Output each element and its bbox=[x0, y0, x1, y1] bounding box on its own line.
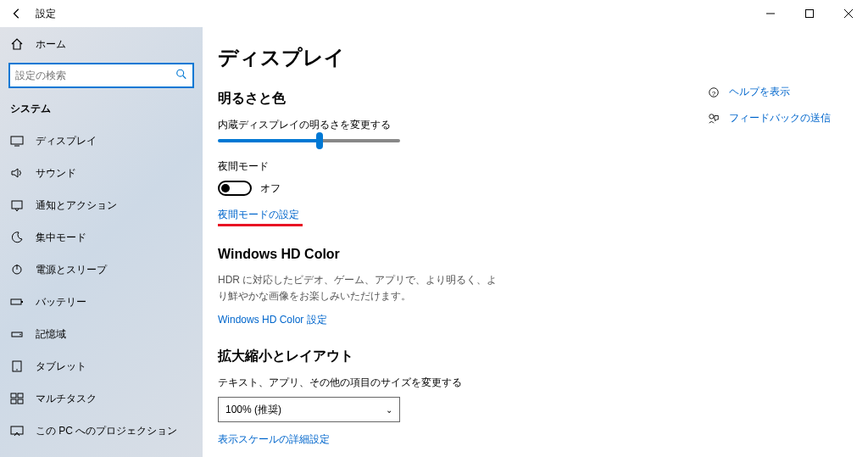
feedback-icon bbox=[707, 113, 721, 125]
power-icon bbox=[10, 263, 24, 276]
text-size-dropdown[interactable]: 100% (推奨) ⌄ bbox=[218, 397, 400, 422]
advanced-scale-link[interactable]: 表示スケールの詳細設定 bbox=[218, 432, 330, 447]
svg-rect-20 bbox=[18, 399, 23, 404]
maximize-button[interactable] bbox=[790, 0, 829, 27]
hd-color-description: HDR に対応したビデオ、ゲーム、アプリで、より明るく、より鮮やかな画像をお楽し… bbox=[218, 272, 506, 304]
minimize-button[interactable] bbox=[751, 0, 790, 27]
sidebar-item-power[interactable]: 電源とスリープ bbox=[0, 254, 203, 286]
help-label: ヘルプを表示 bbox=[729, 85, 790, 99]
sidebar-item-label: マルチタスク bbox=[36, 392, 97, 406]
window-title: 設定 bbox=[36, 7, 56, 21]
night-light-label: 夜間モード bbox=[218, 159, 844, 174]
svg-point-27 bbox=[709, 114, 714, 118]
display-icon bbox=[10, 134, 24, 148]
sidebar-item-shared[interactable]: 共有エクスペリエンス bbox=[0, 447, 203, 457]
home-icon bbox=[10, 37, 24, 51]
hd-color-section-title: Windows HD Color bbox=[218, 247, 844, 262]
sidebar-item-projection[interactable]: この PC へのプロジェクション bbox=[0, 415, 203, 447]
feedback-link[interactable]: フィードバックの送信 bbox=[707, 111, 851, 125]
sidebar-item-label: タブレット bbox=[36, 359, 86, 374]
back-button[interactable] bbox=[8, 5, 25, 22]
svg-rect-8 bbox=[12, 201, 22, 209]
svg-rect-18 bbox=[18, 393, 23, 398]
sidebar-item-label: ディスプレイ bbox=[36, 134, 97, 148]
svg-point-14 bbox=[19, 334, 21, 336]
main-content: ディスプレイ 明るさと色 内蔵ディスプレイの明るさを変更する 夜間モード オフ … bbox=[203, 27, 868, 457]
help-icon: ? bbox=[707, 86, 721, 98]
projection-icon bbox=[10, 424, 24, 437]
svg-rect-17 bbox=[11, 393, 16, 398]
sidebar-item-battery[interactable]: バッテリー bbox=[0, 286, 203, 318]
sidebar-item-tablet[interactable]: タブレット bbox=[0, 350, 203, 382]
sidebar-item-label: 電源とスリープ bbox=[36, 263, 107, 277]
search-input[interactable] bbox=[8, 63, 194, 88]
sidebar-item-storage[interactable]: 記憶域 bbox=[0, 318, 203, 350]
sidebar-item-sound[interactable]: サウンド bbox=[0, 157, 203, 189]
toggle-knob bbox=[221, 184, 230, 192]
sidebar-item-focus[interactable]: 集中モード bbox=[0, 221, 203, 254]
night-light-toggle[interactable] bbox=[218, 181, 252, 196]
sidebar-group-title: システム bbox=[0, 97, 203, 125]
sidebar-item-display[interactable]: ディスプレイ bbox=[0, 125, 203, 157]
sidebar-item-notifications[interactable]: 通知とアクション bbox=[0, 189, 203, 221]
text-size-value: 100% (推奨) bbox=[225, 403, 281, 417]
storage-icon bbox=[10, 327, 24, 341]
sidebar-item-multitask[interactable]: マルチタスク bbox=[0, 382, 203, 415]
search-container bbox=[8, 63, 194, 88]
svg-rect-19 bbox=[11, 399, 16, 404]
sound-icon bbox=[10, 166, 24, 180]
sidebar-item-label: この PC へのプロジェクション bbox=[36, 424, 177, 438]
svg-point-16 bbox=[16, 369, 18, 371]
battery-icon bbox=[10, 295, 24, 309]
chevron-down-icon: ⌄ bbox=[386, 405, 392, 415]
svg-rect-6 bbox=[11, 137, 23, 144]
sidebar-item-label: 記憶域 bbox=[36, 327, 66, 342]
text-size-label: テキスト、アプリ、その他の項目のサイズを変更する bbox=[218, 376, 844, 390]
moon-icon bbox=[10, 231, 24, 244]
highlight-underline bbox=[218, 224, 303, 226]
sidebar-item-label: 通知とアクション bbox=[36, 198, 117, 213]
brightness-slider[interactable] bbox=[218, 139, 400, 142]
svg-text:?: ? bbox=[712, 89, 716, 97]
sidebar-item-label: サウンド bbox=[36, 166, 76, 181]
home-button[interactable]: ホーム bbox=[0, 29, 203, 59]
feedback-label: フィードバックの送信 bbox=[729, 111, 831, 125]
sidebar-item-label: バッテリー bbox=[36, 295, 86, 309]
multitask-icon bbox=[10, 392, 24, 405]
tablet-icon bbox=[10, 359, 24, 373]
night-light-settings-link[interactable]: 夜間モードの設定 bbox=[218, 208, 299, 222]
page-heading: ディスプレイ bbox=[218, 44, 844, 71]
notifications-icon bbox=[10, 198, 24, 212]
svg-rect-12 bbox=[21, 301, 23, 303]
slider-thumb[interactable] bbox=[316, 132, 323, 149]
svg-rect-11 bbox=[11, 299, 21, 304]
help-link[interactable]: ? ヘルプを表示 bbox=[707, 85, 851, 99]
night-light-state: オフ bbox=[260, 181, 281, 196]
close-button[interactable] bbox=[829, 0, 868, 27]
aside-panel: ? ヘルプを表示 フィードバックの送信 bbox=[707, 85, 851, 137]
scale-section-title: 拡大縮小とレイアウト bbox=[218, 348, 844, 365]
home-label: ホーム bbox=[36, 37, 66, 52]
sidebar: ホーム システム ディスプレイ サウンド 通知とアクション 集中モード 電源とス… bbox=[0, 27, 203, 457]
svg-rect-1 bbox=[806, 10, 814, 18]
sidebar-item-label: 集中モード bbox=[36, 231, 86, 245]
hd-color-link[interactable]: Windows HD Color 設定 bbox=[218, 313, 327, 327]
